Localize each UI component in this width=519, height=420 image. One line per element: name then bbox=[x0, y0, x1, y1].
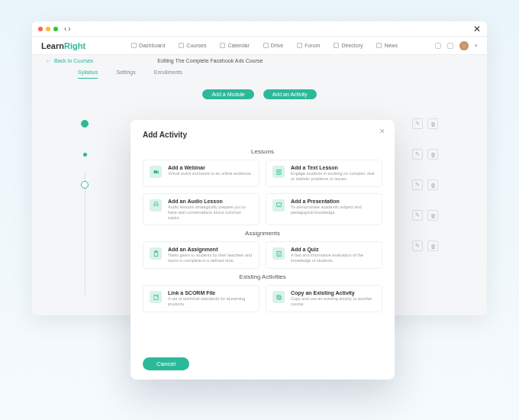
card-title: Link a SCORM File bbox=[168, 290, 253, 296]
back-arrow-icon[interactable]: ← bbox=[46, 58, 51, 63]
edit-icon[interactable]: ✎ bbox=[412, 179, 423, 190]
tab-syllabus[interactable]: Syllabus bbox=[78, 66, 98, 79]
svg-rect-3 bbox=[276, 203, 281, 206]
nav-drive[interactable]: Drive bbox=[263, 43, 283, 48]
card-audio-lesson[interactable]: Add an Audio LessonAudio lessons strateg… bbox=[143, 193, 260, 226]
traffic-lights bbox=[38, 27, 58, 31]
brand-part1: Learn bbox=[41, 41, 64, 50]
svg-rect-7 bbox=[153, 295, 157, 299]
edit-icon[interactable]: ✎ bbox=[412, 241, 423, 251]
text-icon bbox=[272, 166, 285, 178]
window-close-icon[interactable]: ✕ bbox=[473, 24, 481, 34]
card-desc: To demonstrate academic subject and peda… bbox=[291, 205, 376, 215]
brand-logo[interactable]: LearnRight bbox=[41, 41, 85, 50]
section-lessons-title: Lessons bbox=[143, 148, 382, 155]
card-title: Add a Webinar bbox=[168, 165, 252, 170]
edit-icon[interactable]: ✎ bbox=[412, 149, 423, 160]
forward-icon[interactable]: › bbox=[68, 24, 70, 33]
svg-rect-9 bbox=[276, 296, 279, 299]
delete-icon[interactable]: 🗑 bbox=[427, 118, 438, 129]
svg-point-1 bbox=[153, 205, 155, 206]
module-bullet-icon[interactable] bbox=[81, 181, 89, 189]
assignment-icon bbox=[150, 247, 162, 260]
close-icon[interactable]: ✕ bbox=[379, 128, 385, 135]
card-assignment[interactable]: Add an AssignmentTasks given to students… bbox=[143, 241, 260, 269]
history-arrows[interactable]: ‹ › bbox=[64, 24, 71, 33]
card-desc: A fast and informative evaluation of the… bbox=[291, 253, 376, 263]
timeline-line bbox=[85, 173, 85, 295]
card-copy-activity[interactable]: Copy an Existing ActivityCopy and use an… bbox=[266, 285, 382, 312]
card-title: Add a Presentation bbox=[291, 199, 376, 204]
chat-icon[interactable] bbox=[435, 43, 441, 49]
card-presentation[interactable]: Add a PresentationTo demonstrate academi… bbox=[266, 193, 382, 226]
card-title: Copy an Existing Activity bbox=[291, 290, 376, 296]
svg-rect-6 bbox=[276, 251, 280, 256]
card-scorm[interactable]: Link a SCORM FileA set of technical stan… bbox=[143, 285, 260, 312]
tab-settings[interactable]: Settings bbox=[116, 66, 135, 79]
nav-courses[interactable]: Courses bbox=[179, 43, 206, 48]
nav-calendar[interactable]: Calendar bbox=[220, 43, 249, 48]
svg-rect-8 bbox=[278, 296, 281, 299]
brand-part2: Right bbox=[64, 41, 85, 50]
card-title: Add a Text Lesson bbox=[291, 165, 376, 170]
webinar-icon bbox=[150, 166, 162, 178]
card-webinar[interactable]: Add a WebinarVirtual event exclusive to … bbox=[143, 160, 260, 187]
tab-enrollments[interactable]: Enrollments bbox=[154, 66, 182, 79]
card-quiz[interactable]: Add a QuizA fast and informative evaluat… bbox=[266, 241, 382, 269]
activity-bullet-icon bbox=[83, 153, 87, 157]
breadcrumb[interactable]: Back to Courses bbox=[54, 58, 93, 63]
max-dot[interactable] bbox=[53, 27, 58, 31]
scorm-icon bbox=[150, 291, 162, 303]
news-icon bbox=[376, 43, 382, 48]
courses-icon bbox=[179, 43, 184, 48]
edit-icon[interactable]: ✎ bbox=[412, 118, 423, 129]
add-activity-button[interactable]: Add an Activity bbox=[263, 89, 317, 99]
top-nav: LearnRight Dashboard Courses Calendar Dr… bbox=[32, 37, 487, 55]
notifications-icon[interactable] bbox=[447, 43, 453, 49]
section-assignments-title: Assignments bbox=[143, 230, 382, 237]
quiz-icon bbox=[272, 247, 285, 260]
edit-icon[interactable]: ✎ bbox=[412, 210, 423, 221]
modal-title: Add Activity bbox=[143, 131, 382, 139]
nav-directory[interactable]: Directory bbox=[334, 43, 363, 48]
nav-news[interactable]: News bbox=[376, 43, 398, 48]
titlebar: ‹ › ✕ bbox=[32, 21, 487, 37]
presentation-icon bbox=[272, 199, 285, 212]
section-existing-title: Existing Activities bbox=[143, 273, 382, 280]
card-desc: Engage students in working on complex, r… bbox=[291, 171, 376, 182]
delete-icon[interactable]: 🗑 bbox=[427, 149, 438, 160]
nav-items: Dashboard Courses Calendar Drive Forum D… bbox=[131, 43, 398, 48]
dashboard-icon bbox=[131, 43, 137, 48]
topbar-right: ▾ bbox=[435, 41, 478, 50]
lessons-grid: Add a WebinarVirtual event exclusive to … bbox=[143, 160, 382, 225]
card-title: Add an Assignment bbox=[168, 247, 253, 252]
copy-icon bbox=[272, 291, 285, 303]
chevron-down-icon[interactable]: ▾ bbox=[475, 43, 478, 49]
delete-icon[interactable]: 🗑 bbox=[427, 241, 438, 251]
card-text-lesson[interactable]: Add a Text LessonEngage students in work… bbox=[266, 160, 382, 187]
module-bullet-icon[interactable] bbox=[81, 120, 89, 128]
tabs: Syllabus Settings Enrollments bbox=[32, 66, 487, 79]
drive-icon bbox=[263, 43, 269, 48]
back-icon[interactable]: ‹ bbox=[64, 24, 66, 33]
close-dot[interactable] bbox=[38, 27, 43, 31]
breadcrumb-row: ← Back to Courses Editing The Complete F… bbox=[32, 55, 487, 66]
svg-point-2 bbox=[156, 205, 158, 206]
card-desc: Tasks given to students by their teacher… bbox=[168, 253, 253, 263]
nav-forum[interactable]: Forum bbox=[297, 43, 320, 48]
action-buttons: Add a Module Add an Activity bbox=[32, 89, 487, 99]
nav-dashboard[interactable]: Dashboard bbox=[131, 43, 165, 48]
avatar[interactable] bbox=[459, 41, 469, 50]
card-title: Add an Audio Lesson bbox=[168, 199, 253, 204]
page-title: Editing The Complete Facebook Ads Course bbox=[157, 58, 263, 63]
forum-icon bbox=[297, 43, 302, 48]
add-module-button[interactable]: Add a Module bbox=[202, 89, 253, 99]
calendar-icon bbox=[220, 43, 225, 48]
card-desc: A set of technical standards for eLearni… bbox=[168, 296, 253, 307]
delete-icon[interactable]: 🗑 bbox=[427, 179, 438, 190]
delete-icon[interactable]: 🗑 bbox=[427, 210, 438, 221]
min-dot[interactable] bbox=[46, 27, 50, 31]
cancel-button[interactable]: Cancel bbox=[143, 357, 189, 370]
assignments-grid: Add an AssignmentTasks given to students… bbox=[143, 241, 382, 269]
card-desc: Audio lessons strategically prepare you … bbox=[168, 205, 253, 221]
